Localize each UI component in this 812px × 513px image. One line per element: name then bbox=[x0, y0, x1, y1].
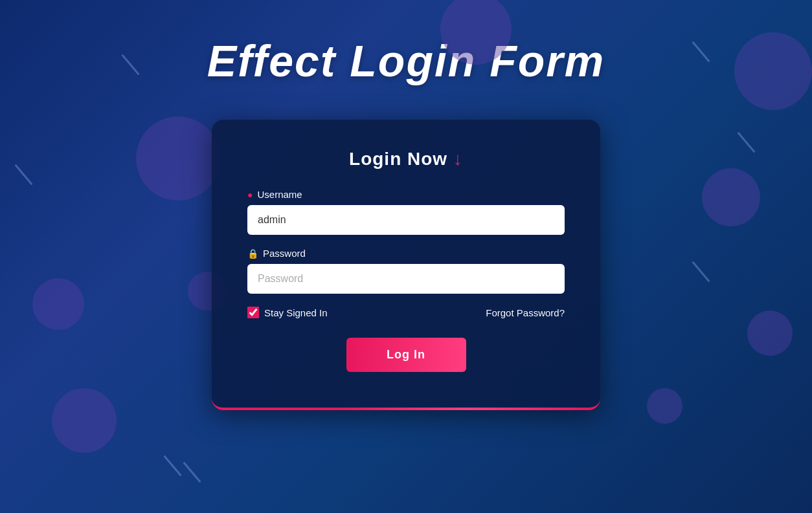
user-icon: ● bbox=[247, 190, 253, 200]
decorative-circle-3 bbox=[52, 388, 117, 453]
page-title: Effect Login Form bbox=[0, 0, 812, 86]
username-input[interactable] bbox=[247, 205, 565, 235]
decorative-circle-7 bbox=[747, 311, 793, 356]
password-label-text: Password bbox=[263, 248, 306, 259]
decorative-slash-3 bbox=[163, 455, 181, 477]
login-button[interactable]: Log In bbox=[346, 338, 466, 372]
decorative-circle-8 bbox=[647, 388, 682, 424]
stay-signed-text: Stay Signed In bbox=[264, 307, 328, 318]
username-label: ● Username bbox=[247, 189, 565, 200]
password-input[interactable] bbox=[247, 264, 565, 294]
login-card: Login Now ↓ ● Username 🔒 Password Stay S… bbox=[212, 120, 600, 410]
card-title-arrow: ↓ bbox=[453, 149, 463, 169]
decorative-circle-6 bbox=[702, 168, 760, 226]
decorative-slash-7 bbox=[692, 261, 710, 283]
card-title: Login Now ↓ bbox=[247, 149, 565, 169]
forgot-password-link[interactable]: Forgot Password? bbox=[486, 307, 565, 318]
lock-icon: 🔒 bbox=[247, 248, 258, 259]
card-title-text: Login Now bbox=[349, 149, 447, 169]
decorative-slash-4 bbox=[183, 462, 201, 483]
decorative-circle-2 bbox=[32, 278, 84, 330]
username-label-text: Username bbox=[257, 189, 302, 200]
decorative-slash-6 bbox=[737, 132, 755, 153]
decorative-circle-1 bbox=[136, 116, 220, 201]
stay-signed-checkbox[interactable] bbox=[247, 307, 259, 318]
decorative-circle-5 bbox=[734, 32, 812, 110]
form-options-row: Stay Signed In Forgot Password? bbox=[247, 307, 565, 318]
stay-signed-label[interactable]: Stay Signed In bbox=[247, 307, 328, 318]
decorative-slash-2 bbox=[14, 164, 32, 186]
card-bottom-glow bbox=[225, 408, 587, 410]
password-label: 🔒 Password bbox=[247, 248, 565, 259]
